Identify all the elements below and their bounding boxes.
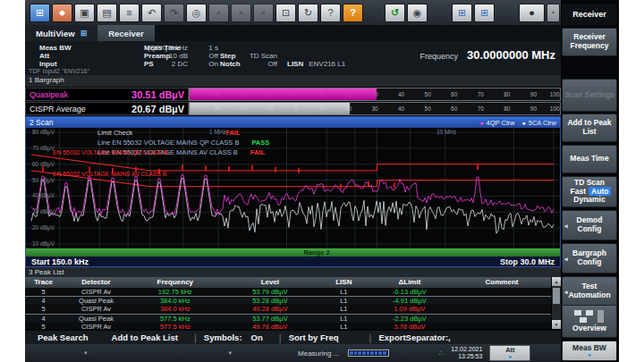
toolbar: ⊞◆▣▤≡↶↷◎▫▫▫⊡↻??↺◉⊞⊞●▪ (25, 0, 561, 25)
softkey-add-to-peak-list[interactable]: Add to Peak List (562, 114, 617, 142)
lisn-field[interactable]: LISNENV216 L1 (287, 60, 345, 68)
tab-receiver[interactable]: Receiver (97, 25, 155, 41)
cell-dlimit: -4.91 dBµV (368, 297, 452, 305)
softkey-scan-settings[interactable]: Scan Settings (562, 79, 617, 112)
att-indicator-button[interactable]: Att ● (489, 345, 530, 361)
column-header[interactable]: Detector (62, 277, 131, 288)
tool-icon-2[interactable]: ▫ (231, 4, 251, 22)
softkey-overview[interactable]: Overview (562, 305, 617, 338)
table-row[interactable]: 5CISPR Av384.0 kHz49.28 dBµVL11.09 dBµV (25, 305, 552, 313)
display-config-icon[interactable]: ◎ (186, 4, 207, 22)
softkey-bargraph-config[interactable]: ◂Bargraph Config (562, 243, 617, 274)
softkey-label: Receiver Frequency (564, 33, 615, 51)
limit-check-result: FAIL (224, 129, 240, 137)
bargraph-row: Quasipeak30.51 dBµV-30-20-10010203040506… (25, 88, 561, 101)
scroll-up-icon[interactable]: ▲ (552, 277, 561, 286)
cell-detector: Quasi Peak (62, 315, 131, 323)
x-axis-label: 10 MHz (436, 129, 456, 135)
softkey-header[interactable]: Receiver (562, 4, 617, 25)
info-dot-icon: ● (490, 354, 530, 359)
table-row[interactable]: 4Quasi Peak384.0 kHz53.28 dBµVL1-4.91 dB… (25, 296, 552, 305)
notch-field[interactable]: NotchOff (220, 60, 277, 68)
print-icon[interactable]: ▤ (97, 4, 117, 22)
softkey-td-scan[interactable]: TD ScanFastAutoDynamic (562, 176, 617, 207)
add-window-icon[interactable]: ⊞ (474, 4, 495, 22)
ps-field[interactable]: PSOn (144, 60, 218, 68)
softkey-add-to-peak-list[interactable]: Add to Peak List (112, 333, 178, 342)
preamp-field[interactable]: PreampOff (144, 52, 218, 60)
column-header[interactable]: Level (220, 277, 320, 288)
limit-line-label: EN 55032 VOLTAGE MAINS QP CLASS B (53, 149, 168, 156)
tool-icon-3[interactable]: ▫ (253, 4, 274, 22)
main-area: ⊞◆▣▤≡↶↷◎▫▫▫⊡↻??↺◉⊞⊞●▪ MultiView ⊞ Receiv… (25, 0, 561, 362)
softkey-separator[interactable]: Separator: (406, 333, 449, 342)
step-field[interactable]: StepTD Scan (220, 52, 277, 60)
tdscan-option-auto[interactable]: Auto (589, 187, 611, 196)
column-header[interactable]: Trace (25, 277, 62, 288)
softkey-demod-config[interactable]: ◂Demod Config (562, 210, 617, 240)
meas-time-field[interactable]: Meas Time1 s (144, 44, 218, 52)
settings-col-3: StepTD Scan NotchOff (220, 52, 277, 68)
scale-tick-label: 80 (504, 91, 510, 97)
frequency-field[interactable]: Frequency 30.0000000 MHz (419, 48, 555, 62)
scale-tick-label: 60 (451, 105, 457, 112)
softkey-test-automation[interactable]: ◂Test Automation (562, 276, 617, 307)
preset-icon[interactable]: ↺ (385, 4, 405, 22)
tdscan-option-dynamic[interactable]: Dynamic (571, 195, 607, 204)
scan-plot[interactable]: 80 dBµV70 dBµV60 dBµV50 dBµV40 dBµV30 dB… (26, 128, 560, 248)
context-help-icon[interactable]: ? (320, 4, 341, 22)
redo-icon[interactable]: ↷ (164, 4, 184, 22)
measurement-config-icon[interactable]: ◆ (52, 4, 72, 22)
cell-dlimit: -0.13 dBµV (368, 288, 452, 296)
save-icon[interactable]: ▣ (74, 4, 95, 22)
undo-icon[interactable]: ↶ (141, 4, 162, 22)
softkey-[interactable]: , (448, 333, 451, 342)
cell-frequency: 384.0 kHz (131, 297, 220, 305)
level-value: 30.51 dBµV (131, 89, 184, 100)
tool-icon-1[interactable]: ▫ (208, 4, 229, 22)
panel-expand-icon-2[interactable]: ▾ (229, 349, 233, 357)
fullscreen-icon[interactable]: ⊡ (275, 4, 296, 22)
scroll-thumb[interactable] (553, 288, 560, 304)
softkey-export[interactable]: Export (378, 333, 405, 342)
softkey-meas-bw[interactable]: Meas BW● (562, 341, 617, 361)
knob-icon[interactable]: ◉ (407, 4, 428, 22)
table-row[interactable]: 5CISPR Av192.75 kHz53.79 dBµVL1-0.13 dBµ… (25, 288, 552, 296)
softkey-receiver-frequency[interactable]: Receiver Frequency (562, 28, 617, 56)
panel-expand-icon[interactable]: ▾ (84, 349, 88, 357)
softkey-label: Add to Peak List (564, 119, 615, 137)
peak-list-scrollbar[interactable]: ▲ ▼ (551, 277, 561, 329)
column-header[interactable]: Frequency (131, 277, 220, 288)
tdscan-options-2: Dynamic (568, 196, 612, 205)
softkey-symbols[interactable]: Symbols: (204, 333, 242, 342)
scale-tick-label: 70 (478, 91, 484, 97)
camera-icon[interactable]: ● (519, 4, 545, 22)
softkey-peak-search[interactable]: Peak Search (38, 333, 89, 342)
peak-list-table: TraceDetectorFrequencyLevelLISNΔLimitCom… (25, 277, 552, 329)
column-header[interactable]: LISN (320, 277, 368, 288)
window-layout-icon[interactable]: ⊞ (30, 4, 50, 22)
add-bargraph-icon[interactable]: ⊞ (452, 4, 472, 22)
tdscan-option-fast[interactable]: Fast (568, 187, 589, 196)
scan-window: 2 Scan ●4QP Clrw●5CA Clrw 80 dBµV70 dBµV… (25, 116, 561, 267)
detector-name: CISPR Average (30, 105, 86, 114)
progress-segment (370, 351, 374, 355)
column-header[interactable]: ΔLimit (368, 277, 452, 288)
frequency-label: Frequency (419, 52, 458, 61)
cell-frequency: 192.75 kHz (131, 288, 220, 296)
report-icon[interactable]: ≡ (119, 4, 140, 22)
measuring-status: Measuring ... (298, 349, 339, 358)
table-row[interactable]: 4Quasi Peak577.5 kHz53.77 dBµVL1-2.23 dB… (25, 314, 552, 323)
help-icon[interactable]: ? (343, 4, 363, 22)
softkey-sort-by-freq[interactable]: Sort by Freq (289, 333, 339, 342)
softkey-on[interactable]: On (251, 333, 263, 342)
softkey-meas-time[interactable]: Meas Time (562, 145, 617, 173)
scroll-down-icon[interactable]: ▼ (552, 320, 561, 329)
pin-icon[interactable]: ▪ (547, 4, 560, 22)
column-header[interactable]: Comment (452, 277, 552, 288)
tab-multiview[interactable]: MultiView ⊞ (25, 25, 97, 41)
peak-list-header: TraceDetectorFrequencyLevelLISNΔLimitCom… (25, 277, 552, 288)
y-axis-label: 60 dBµV (32, 161, 55, 167)
date: 12.02.2021 (451, 346, 482, 352)
sync-icon[interactable]: ↻ (298, 4, 318, 22)
